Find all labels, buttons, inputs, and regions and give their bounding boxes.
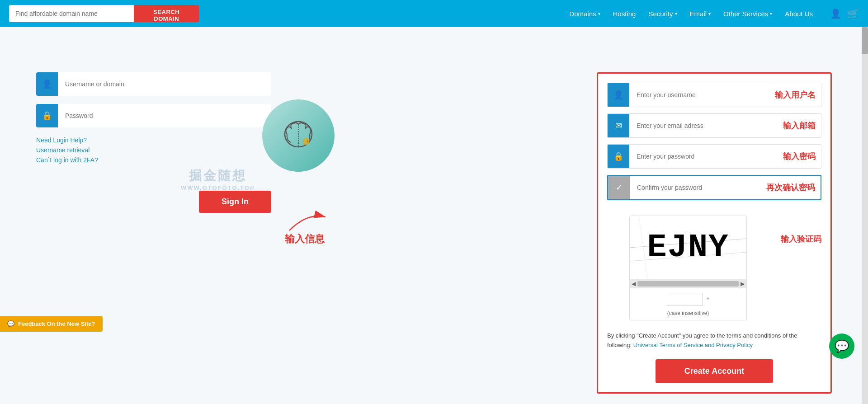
signin-button[interactable]: Sign In: [199, 191, 271, 213]
reg-confirm-cn-label: 再次确认密码: [766, 182, 821, 193]
reg-user-icon: 👤: [608, 83, 629, 107]
terms-text: By clicking "Create Account" you agree t…: [607, 331, 821, 350]
scroll-right-arrow[interactable]: ▶: [741, 281, 745, 287]
username-input[interactable]: [58, 72, 271, 96]
asterisk: *: [707, 296, 709, 303]
username-input-row: 👤: [36, 72, 271, 96]
captcha-cn-label: 输入验证码: [781, 234, 821, 244]
captcha-text: EJNY: [647, 229, 729, 266]
svg-line-7: [639, 216, 648, 279]
user-icon: 👤: [36, 72, 58, 96]
chat-button[interactable]: 💬: [829, 334, 854, 359]
reg-password-icon: 🔒: [608, 145, 629, 168]
captcha-input-row: *: [630, 288, 746, 310]
chevron-down-icon: ▾: [708, 11, 711, 16]
password-input[interactable]: [58, 104, 271, 127]
reg-email-row: ✉ 输入邮箱: [607, 113, 821, 138]
login-panel: 👤 🔒 Need Login Help? Username retrieval …: [36, 45, 271, 386]
brain-svg: [278, 115, 319, 156]
feedback-icon: 💬: [7, 320, 14, 327]
password-input-row: 🔒: [36, 104, 271, 127]
brain-logo: [262, 99, 335, 172]
header: SEARCH DOMAIN Domains ▾ Hosting Security…: [0, 0, 868, 27]
feedback-button[interactable]: 💬 Feedback On the New Site?: [0, 316, 103, 332]
reg-password-cn-label: 输入密码: [783, 151, 821, 162]
main-content: 👤 🔒 Need Login Help? Username retrieval …: [0, 27, 868, 404]
input-info-area: 输入信息: [280, 208, 335, 246]
reg-username-row: 👤 输入用户名: [607, 83, 821, 107]
cant-login-2fa-link[interactable]: Can`t log in with 2FA?: [36, 156, 271, 164]
search-bar: SEARCH DOMAIN: [9, 5, 199, 22]
reg-username-input[interactable]: [629, 83, 775, 107]
reg-confirm-password-row: ✓ 再次确认密码: [607, 175, 821, 200]
captcha-area: EJNY ◀ ▶ * (case insensitive): [629, 216, 747, 320]
reg-password-input[interactable]: [629, 145, 783, 168]
nav-email[interactable]: Email ▾: [690, 10, 711, 18]
lock-icon: 🔒: [36, 104, 58, 127]
nav-about-us[interactable]: About Us: [785, 10, 813, 18]
arrow-svg: [280, 208, 335, 235]
nav-security[interactable]: Security ▾: [648, 10, 677, 18]
search-input[interactable]: [9, 5, 134, 22]
nav-icons: 👤 🛒: [830, 8, 859, 19]
user-icon[interactable]: 👤: [830, 8, 841, 19]
captcha-scrollbar[interactable]: ◀ ▶: [630, 279, 746, 288]
create-account-button[interactable]: Create Account: [656, 359, 773, 383]
captcha-hint: (case insensitive): [630, 310, 746, 320]
reg-email-input[interactable]: [629, 114, 783, 137]
nav-other-services[interactable]: Other Services ▾: [723, 10, 772, 18]
search-domain-button[interactable]: SEARCH DOMAIN: [134, 5, 199, 22]
register-panel: 👤 输入用户名 ✉ 输入邮箱 🔒 输入密码 ✓ 再次确认密码: [597, 72, 832, 394]
reg-email-cn-label: 输入邮箱: [783, 120, 821, 131]
scrollbar-thumb[interactable]: [862, 27, 868, 54]
brain-area: [262, 99, 335, 172]
chevron-down-icon: ▾: [598, 11, 600, 16]
svg-point-3: [305, 140, 307, 143]
chat-icon: 💬: [835, 339, 849, 353]
reg-email-icon: ✉: [608, 114, 629, 137]
nav-domains[interactable]: Domains ▾: [569, 10, 600, 18]
cart-icon[interactable]: 🛒: [848, 8, 859, 19]
captcha-input[interactable]: [667, 293, 703, 305]
reg-confirm-icon: ✓: [608, 176, 630, 199]
chevron-down-icon: ▾: [675, 11, 677, 16]
need-help-link[interactable]: Need Login Help?: [36, 136, 271, 144]
username-retrieval-link[interactable]: Username retrieval: [36, 146, 271, 154]
reg-confirm-password-input[interactable]: [630, 176, 766, 199]
reg-username-cn-label: 输入用户名: [775, 89, 821, 100]
reg-password-row: 🔒 输入密码: [607, 144, 821, 169]
terms-link[interactable]: Universal Terms of Service and Privacy P…: [633, 342, 753, 348]
chevron-down-icon: ▾: [770, 11, 772, 16]
nav-hosting[interactable]: Hosting: [613, 10, 636, 18]
scroll-left-arrow[interactable]: ◀: [632, 281, 636, 287]
login-links: Need Login Help? Username retrieval Can`…: [36, 136, 271, 164]
scrollbar[interactable]: [862, 0, 868, 404]
captcha-image: EJNY: [630, 216, 746, 279]
main-nav: Domains ▾ Hosting Security ▾ Email ▾ Oth…: [569, 8, 859, 19]
